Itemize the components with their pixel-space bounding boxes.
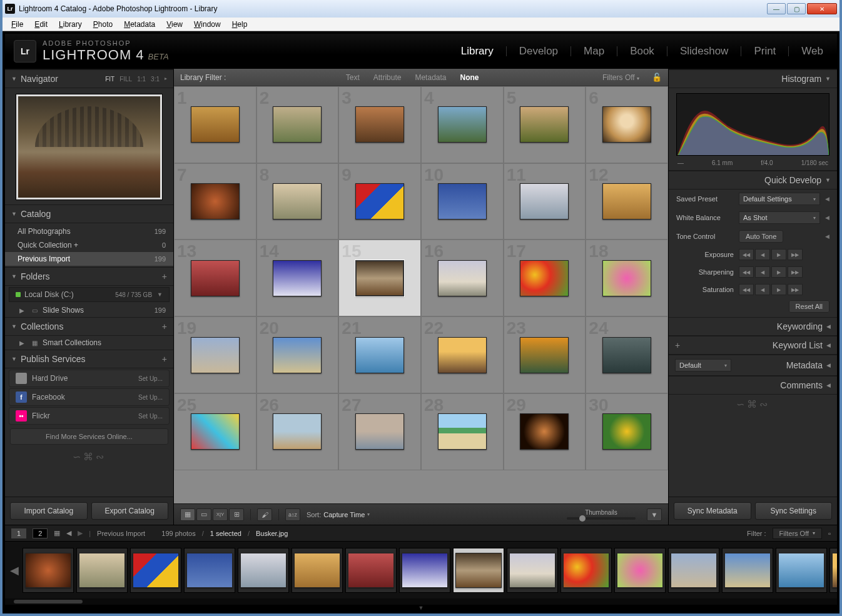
collection-row[interactable]: ▶ ▦ Smart Collections <box>5 336 173 350</box>
menu-view[interactable]: View <box>161 19 188 30</box>
filmstrip-thumb[interactable] <box>345 548 397 593</box>
nav-back-icon[interactable]: ◀ <box>66 529 71 537</box>
export-catalog-button[interactable]: Export Catalog <box>91 502 169 520</box>
nav-zoom-FILL[interactable]: FILL <box>119 76 132 83</box>
sort-dropdown[interactable]: Sort: Capture Time ▾ <box>307 511 370 518</box>
histogram-header[interactable]: Histogram▼ <box>669 69 837 88</box>
grid-cell[interactable]: 28 <box>421 393 504 470</box>
quick-develop-header[interactable]: Quick Develop▼ <box>669 171 837 189</box>
histogram[interactable] <box>676 93 829 156</box>
grid-cell[interactable]: 25 <box>174 393 256 470</box>
grid-cell[interactable]: 13 <box>174 240 256 316</box>
filmstrip-thumb[interactable] <box>829 548 837 593</box>
metadata-header[interactable]: Default▾ Metadata◀ <box>669 355 837 376</box>
filmstrip-thumb[interactable] <box>614 548 666 593</box>
grid-cell[interactable]: 1 <box>174 86 256 163</box>
grid-cell[interactable]: 6 <box>586 86 668 163</box>
grid-cell[interactable]: 21 <box>338 316 421 393</box>
catalog-header[interactable]: ▼Catalog <box>5 204 173 223</box>
navigator-preview[interactable] <box>5 88 173 204</box>
menu-help[interactable]: Help <box>227 19 253 30</box>
sync-metadata-button[interactable]: Sync Metadata <box>674 502 751 520</box>
filmstrip-source[interactable]: Previous Import <box>97 530 145 537</box>
filmstrip-thumb[interactable] <box>507 548 558 593</box>
grid-cell[interactable]: 14 <box>256 240 339 316</box>
filters-off-dropdown[interactable]: Filters Off ▾ <box>599 72 643 83</box>
module-book[interactable]: Book <box>629 43 656 60</box>
publish-service-row[interactable]: ••FlickrSet Up... <box>9 407 170 425</box>
setup-button[interactable]: Set Up... <box>138 394 163 401</box>
filmstrip-thumb[interactable] <box>292 548 343 593</box>
filmstrip[interactable]: ◀ ▶ <box>5 541 837 598</box>
thumbnail-size-slider[interactable]: Thumbnails <box>567 509 636 520</box>
add-folder-icon[interactable]: + <box>162 271 167 281</box>
filmstrip-thumb[interactable] <box>184 548 235 593</box>
filmstrip-thumb[interactable] <box>23 548 74 593</box>
module-web[interactable]: Web <box>800 43 824 60</box>
grid-cell[interactable]: 24 <box>586 316 668 393</box>
saved-preset-dropdown[interactable]: Default Settings▾ <box>739 193 820 205</box>
grid-mini-icon[interactable]: ▦ <box>54 529 60 537</box>
screen-1-button[interactable]: 1 <box>11 528 26 538</box>
filmstrip-thumb[interactable] <box>668 548 719 593</box>
window-maximize-button[interactable]: ▢ <box>787 3 806 14</box>
grid-cell[interactable]: 27 <box>338 393 421 470</box>
filmstrip-thumb[interactable] <box>560 548 612 593</box>
grid-cell[interactable]: 11 <box>504 163 586 240</box>
grid-cell[interactable]: 2 <box>256 86 339 163</box>
add-collection-icon[interactable]: + <box>162 321 167 331</box>
filmstrip-thumb[interactable] <box>238 548 289 593</box>
metadata-preset-dropdown[interactable]: Default▾ <box>675 359 731 371</box>
filmstrip-scrollbar[interactable] <box>5 598 837 605</box>
survey-view-icon[interactable]: ⊞ <box>229 508 244 521</box>
filmstrip-thumb[interactable] <box>399 548 450 593</box>
menu-edit[interactable]: Edit <box>29 19 53 30</box>
filmstrip-left-arrow[interactable]: ◀ <box>10 563 19 577</box>
grid-view-icon[interactable]: ▦ <box>180 508 195 521</box>
grid-cell[interactable]: 30 <box>586 393 668 470</box>
catalog-row[interactable]: All Photographs199 <box>5 225 173 238</box>
sort-direction-icon[interactable]: a↕z <box>285 508 300 521</box>
grid-cell[interactable]: 12 <box>586 163 668 240</box>
filter-metadata[interactable]: Metadata <box>411 72 450 83</box>
import-catalog-button[interactable]: Import Catalog <box>10 502 88 520</box>
window-minimize-button[interactable]: — <box>767 3 786 14</box>
setup-button[interactable]: Set Up... <box>138 413 163 420</box>
disclosure-icon[interactable]: ◀ <box>825 215 829 221</box>
grid-cell[interactable]: 29 <box>504 393 586 470</box>
compare-view-icon[interactable]: X|Y <box>213 508 228 521</box>
filter-attribute[interactable]: Attribute <box>370 72 405 83</box>
lock-icon[interactable]: 🔓 <box>652 73 662 82</box>
filmstrip-thumb[interactable] <box>722 548 773 593</box>
filmstrip-thumb[interactable] <box>76 548 128 593</box>
filter-none[interactable]: None <box>457 72 483 83</box>
reset-all-button[interactable]: Reset All <box>789 300 829 313</box>
menu-photo[interactable]: Photo <box>88 19 118 30</box>
folders-header[interactable]: ▼Folders+ <box>5 267 173 286</box>
catalog-row[interactable]: Quick Collection +0 <box>5 238 173 252</box>
window-close-button[interactable]: ✕ <box>807 3 837 14</box>
white-balance-dropdown[interactable]: As Shot▾ <box>739 211 820 224</box>
find-more-services-button[interactable]: Find More Services Online... <box>10 428 168 445</box>
disclosure-icon[interactable]: ◀ <box>825 233 829 240</box>
publish-service-row[interactable]: Hard DriveSet Up... <box>9 370 170 387</box>
grid-cell[interactable]: 22 <box>421 316 504 393</box>
grid-cell[interactable]: 15 <box>338 240 421 316</box>
filmstrip-thumb[interactable] <box>776 548 827 593</box>
grid-view[interactable]: 1234567891011121314151617181920212223242… <box>174 86 668 503</box>
module-print[interactable]: Print <box>753 43 777 60</box>
volume-row[interactable]: Local Disk (C:) 548 / 735 GB ▼ <box>9 287 170 302</box>
add-publish-icon[interactable]: + <box>162 354 167 364</box>
module-map[interactable]: Map <box>582 43 606 60</box>
menu-file[interactable]: File <box>6 19 28 30</box>
grid-cell[interactable]: 4 <box>421 86 504 163</box>
auto-tone-button[interactable]: Auto Tone <box>739 230 783 243</box>
filmstrip-thumb[interactable] <box>130 548 181 593</box>
loupe-view-icon[interactable]: ▭ <box>196 508 211 521</box>
filter-text[interactable]: Text <box>342 72 363 83</box>
folder-row[interactable]: ▶ ▭ Slide Shows 199 <box>5 303 173 317</box>
grid-cell[interactable]: 20 <box>256 316 339 393</box>
menu-metadata[interactable]: Metadata <box>119 19 160 30</box>
sharpening-stepper[interactable]: ◀◀◀▶▶▶ <box>739 266 803 278</box>
filmstrip-thumb[interactable] <box>453 548 504 593</box>
